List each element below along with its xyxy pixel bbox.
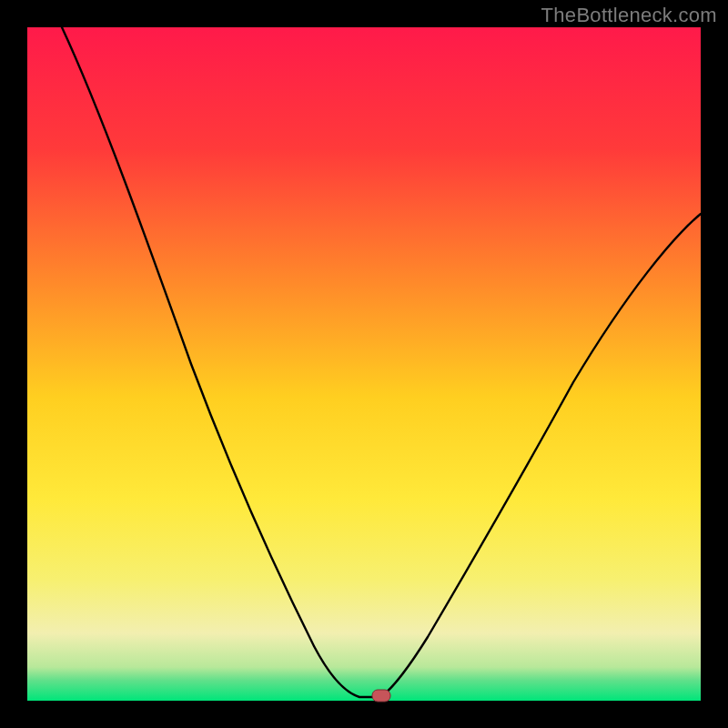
chart-frame: TheBottleneck.com <box>0 0 728 728</box>
plot-area <box>27 27 701 701</box>
optimal-point-marker <box>372 690 390 702</box>
watermark-text: TheBottleneck.com <box>541 4 717 27</box>
chart-svg <box>0 0 728 728</box>
